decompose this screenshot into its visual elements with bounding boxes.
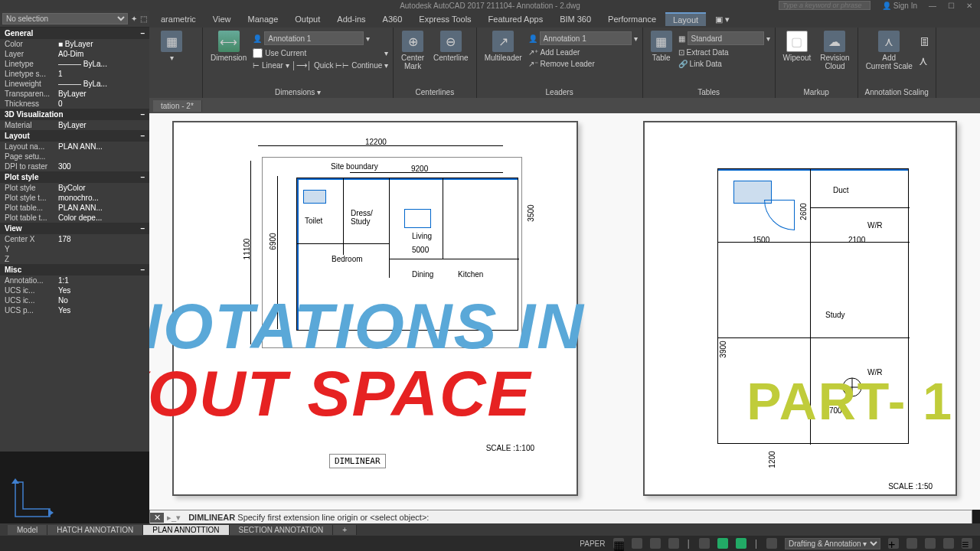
- ortho-icon[interactable]: [650, 538, 661, 549]
- panel-label: Annotation Scaling: [863, 86, 931, 98]
- prop-row[interactable]: Plot table...PLAN ANN...: [0, 203, 149, 213]
- prop-row[interactable]: UCS ic...Yes: [0, 285, 149, 295]
- prop-row[interactable]: Layout na...PLAN ANN...: [0, 142, 149, 152]
- prop-row[interactable]: Z: [0, 254, 149, 264]
- panel-label[interactable]: Dimensions ▾: [207, 86, 388, 98]
- ribbon-tab[interactable]: BIM 360: [552, 13, 599, 25]
- snap-icon[interactable]: [632, 538, 642, 549]
- continue-dim-button[interactable]: ⊢⊢ Continue ▾: [335, 61, 388, 70]
- otrack-icon[interactable]: [717, 538, 728, 549]
- prop-row[interactable]: Y: [0, 244, 149, 254]
- command-line[interactable]: ✕ ▸_▾ DIMLINEAR DIMLINEAR Specify first …: [149, 510, 972, 525]
- workspace-select[interactable]: Drafting & Annotation ▾: [785, 538, 880, 549]
- add-scale-button[interactable]: ⋏Add Current Scale: [863, 31, 916, 70]
- center-mark-button[interactable]: ⊕Center Mark: [398, 31, 427, 70]
- prop-row[interactable]: Annotatio...1:1: [0, 276, 149, 285]
- wipeout-button[interactable]: ▢Wipeout: [780, 31, 815, 62]
- remove-leader-button[interactable]: ↗⁻Remove Leader: [528, 59, 638, 69]
- leader-style-select[interactable]: [540, 31, 632, 45]
- hw-icon[interactable]: [925, 538, 936, 549]
- dimension-button[interactable]: ⟷Dimension: [207, 31, 250, 62]
- ribbon-tab[interactable]: Add-ins: [329, 13, 373, 25]
- prop-row[interactable]: DPI to raster300: [0, 161, 149, 171]
- multileader-button[interactable]: ↗Multileader: [482, 31, 525, 62]
- prop-row[interactable]: Linetype——— ByLa...: [0, 59, 149, 69]
- minimize-icon[interactable]: —: [929, 2, 936, 10]
- selection-filter[interactable]: No selection: [2, 13, 128, 24]
- prop-row[interactable]: UCS ic...No: [0, 295, 149, 305]
- lwt-icon[interactable]: [766, 538, 777, 549]
- prop-section-header[interactable]: 3D Visualization–: [0, 109, 149, 120]
- prop-row[interactable]: UCS p...Yes: [0, 305, 149, 315]
- ribbon-tab[interactable]: arametric: [153, 13, 204, 25]
- title-bar: Autodesk AutoCAD 2017 211104- Annotation…: [0, 0, 980, 11]
- ribbon-tab[interactable]: Express Tools: [411, 13, 479, 25]
- ribbon-tab[interactable]: View: [205, 13, 239, 25]
- close-icon[interactable]: ✕: [966, 2, 972, 10]
- maximize-icon[interactable]: ☐: [948, 2, 955, 10]
- ribbon-tab[interactable]: Output: [287, 13, 328, 25]
- dyn-icon[interactable]: [736, 538, 746, 549]
- prop-row[interactable]: LayerA0-Dim: [0, 49, 149, 59]
- select-icon[interactable]: ⬚: [140, 15, 147, 23]
- prop-row[interactable]: Plot styleByColor: [0, 183, 149, 193]
- close-cmd-icon[interactable]: ✕: [150, 513, 164, 523]
- ribbon-tab[interactable]: Performance: [600, 13, 664, 25]
- layout-tab[interactable]: +: [333, 525, 357, 535]
- prop-section-header[interactable]: Misc–: [0, 264, 149, 276]
- ribbon-tab[interactable]: Layout: [665, 12, 706, 26]
- layout-tab[interactable]: HATCH ANNOTATION: [47, 525, 143, 535]
- layout-tab[interactable]: Model: [8, 525, 47, 535]
- prop-row[interactable]: Color■ ByLayer: [0, 39, 149, 49]
- insert-button[interactable]: ▦▾: [158, 31, 185, 62]
- iso-icon[interactable]: [943, 538, 954, 549]
- prop-row[interactable]: Linetype s...1: [0, 69, 149, 79]
- grid-icon[interactable]: ▦: [613, 538, 624, 549]
- svg-marker-3: [15, 482, 50, 517]
- extract-data-button[interactable]: ⊡Extract Data: [678, 47, 770, 57]
- prop-row[interactable]: Thickness0: [0, 99, 149, 109]
- prop-row[interactable]: Center X178: [0, 234, 149, 244]
- prop-section-header[interactable]: View–: [0, 223, 149, 234]
- prop-row[interactable]: Lineweight——— ByLa...: [0, 79, 149, 89]
- room-label: Study: [825, 311, 845, 319]
- add-leader-button[interactable]: ↗⁺Add Leader: [528, 47, 638, 57]
- ribbon-tab[interactable]: Manage: [240, 13, 286, 25]
- dim-style-select[interactable]: [264, 31, 364, 45]
- revcloud-button[interactable]: ☁Revision Cloud: [817, 31, 852, 70]
- centerline-button[interactable]: ⊖Centerline: [430, 31, 472, 62]
- panel-label[interactable]: Tables: [648, 86, 770, 98]
- signin-link[interactable]: 👤 Sign In: [882, 2, 917, 10]
- prop-row[interactable]: Plot table t...Color depe...: [0, 213, 149, 223]
- clean-icon[interactable]: [906, 538, 917, 549]
- prop-row[interactable]: Plot style t...monochro...: [0, 193, 149, 203]
- document-tab[interactable]: tation - 2*: [153, 100, 202, 112]
- panel-label[interactable]: Leaders: [482, 86, 638, 98]
- linear-dim-button[interactable]: ⊢ Linear ▾: [253, 61, 289, 70]
- ribbon-tab[interactable]: A360: [375, 13, 410, 25]
- ribbon-tab[interactable]: Featured Apps: [481, 13, 551, 25]
- prop-section-header[interactable]: General–: [0, 28, 149, 39]
- pickadd-icon[interactable]: ✦: [131, 15, 137, 23]
- use-current-check[interactable]: [253, 48, 263, 58]
- table-button[interactable]: ▦Table: [648, 31, 675, 62]
- anno-icon[interactable]: ⋏: [919, 54, 931, 68]
- prop-row[interactable]: MaterialByLayer: [0, 120, 149, 130]
- anno-icon[interactable]: 🗏: [919, 35, 931, 49]
- panel-switcher[interactable]: ▣ ▾: [707, 13, 737, 26]
- link-data-button[interactable]: 🔗Link Data: [678, 59, 770, 69]
- custom-icon[interactable]: ≡: [962, 538, 972, 549]
- osnap-icon[interactable]: [699, 538, 710, 549]
- layout-tab[interactable]: SECTION ANNOTATION: [230, 525, 334, 535]
- plus-icon[interactable]: +: [888, 538, 899, 549]
- prop-row[interactable]: Transparen...ByLayer: [0, 89, 149, 99]
- layout-tab[interactable]: PLAN ANNOTTION: [143, 525, 229, 535]
- prop-row[interactable]: Page setu...: [0, 152, 149, 161]
- prop-section-header[interactable]: Layout–: [0, 130, 149, 142]
- paper-toggle[interactable]: PAPER: [580, 540, 605, 548]
- polar-icon[interactable]: [668, 538, 679, 549]
- quick-dim-button[interactable]: │⟶│ Quick: [292, 61, 334, 70]
- table-style-select[interactable]: [688, 31, 764, 45]
- prop-section-header[interactable]: Plot style–: [0, 171, 149, 183]
- search-input[interactable]: [779, 1, 871, 10]
